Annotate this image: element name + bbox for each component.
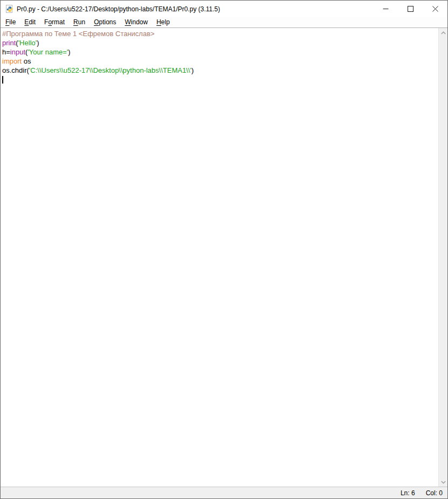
- code-line: os.chdir('C:\\Users\\u522-17\\Desktop\\p…: [2, 66, 438, 75]
- menu-item-format[interactable]: Format: [40, 17, 69, 27]
- chevron-down-icon: [441, 481, 446, 484]
- menu-item-window[interactable]: Window: [121, 17, 153, 27]
- menu-item-options[interactable]: Options: [89, 17, 120, 27]
- code-line: h=input('Your name='): [2, 47, 438, 57]
- maximize-button[interactable]: [398, 1, 423, 17]
- code-lines[interactable]: #Программа по Теме 1 <Ефремов Станислав>…: [1, 28, 438, 487]
- maximize-icon: [408, 6, 413, 12]
- code-line: import os: [2, 57, 438, 66]
- chevron-up-icon: [441, 31, 446, 34]
- python-file-icon: [5, 5, 14, 13]
- vertical-scrollbar[interactable]: [438, 28, 447, 487]
- text-cursor: [2, 76, 3, 84]
- code-line: print('Hello'): [2, 38, 438, 47]
- menu-bar: FileEditFormatRunOptionsWindowHelp: [1, 17, 447, 28]
- minimize-icon: [383, 6, 389, 12]
- code-line: [2, 75, 438, 84]
- scroll-up-button[interactable]: [439, 28, 448, 37]
- editor-area[interactable]: #Программа по Теме 1 <Ефремов Станислав>…: [1, 28, 447, 487]
- status-bar: Ln: 6 Col: 0: [1, 487, 447, 498]
- title-bar: Pr0.py - C:/Users/u522-17/Desktop/python…: [1, 1, 447, 17]
- scroll-down-button[interactable]: [439, 477, 448, 487]
- menu-item-run[interactable]: Run: [69, 17, 89, 27]
- close-icon: [432, 6, 438, 12]
- minimize-button[interactable]: [373, 1, 398, 17]
- code-line: #Программа по Теме 1 <Ефремов Станислав>: [2, 29, 438, 38]
- status-line-number: Ln: 6: [401, 489, 415, 497]
- window-title: Pr0.py - C:/Users/u522-17/Desktop/python…: [17, 5, 220, 13]
- close-button[interactable]: [423, 1, 447, 17]
- menu-item-file[interactable]: File: [1, 17, 20, 27]
- menu-item-help[interactable]: Help: [152, 17, 174, 27]
- idle-editor-window: Pr0.py - C:/Users/u522-17/Desktop/python…: [0, 0, 448, 499]
- status-column-number: Col: 0: [426, 489, 443, 497]
- menu-item-edit[interactable]: Edit: [20, 17, 40, 27]
